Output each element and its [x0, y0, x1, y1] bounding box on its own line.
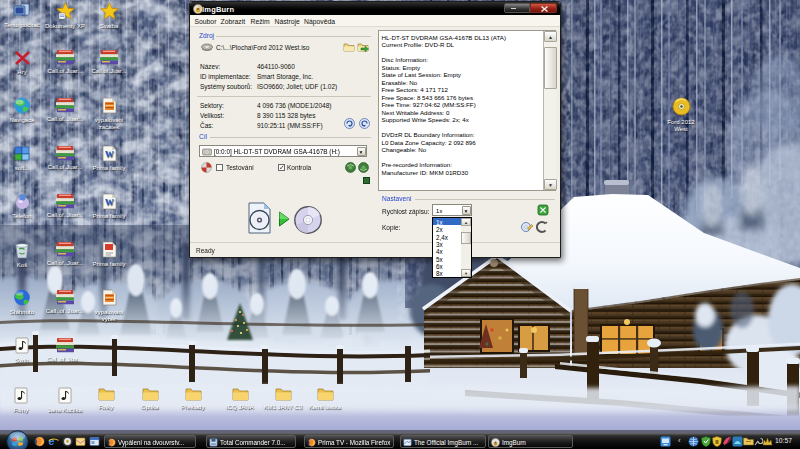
svg-text:e: e [48, 436, 54, 447]
svg-text:W: W [105, 197, 114, 207]
svg-text:W: W [105, 149, 114, 159]
